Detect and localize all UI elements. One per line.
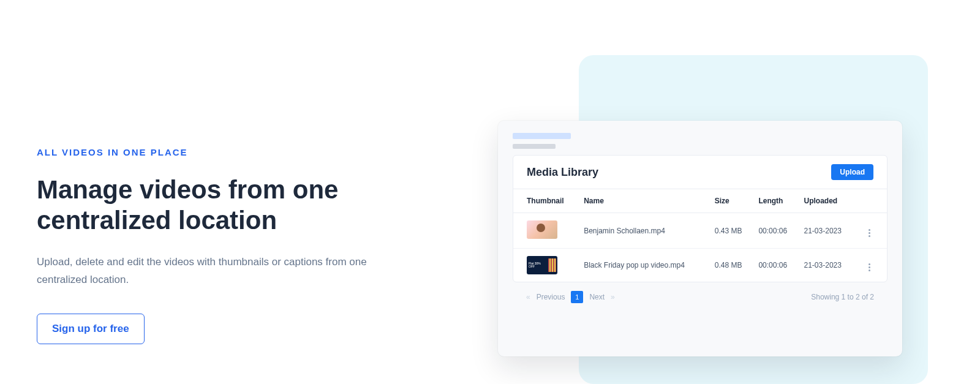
eyebrow-text: ALL VIDEOS IN ONE PLACE xyxy=(37,147,417,157)
media-library-card: Media Library Upload Thumbnail Name Size… xyxy=(513,155,888,282)
chevron-left-icon[interactable]: « xyxy=(526,293,530,301)
pagination-summary: Showing 1 to 2 of 2 xyxy=(811,293,874,301)
cell-size: 0.48 MB xyxy=(710,249,754,282)
page-number[interactable]: 1 xyxy=(571,291,583,303)
upload-button[interactable]: Upload xyxy=(831,164,873,180)
cell-uploaded: 21-03-2023 xyxy=(799,213,855,249)
thumbnail: Flat 30% OFF xyxy=(527,256,557,274)
prev-button[interactable]: Previous xyxy=(537,293,565,301)
placeholder-bar xyxy=(513,144,556,149)
cell-size: 0.43 MB xyxy=(710,213,754,249)
table-row[interactable]: Benjamin Schollaen.mp40.43 MB00:00:0621-… xyxy=(513,213,887,249)
kebab-icon[interactable] xyxy=(865,263,873,272)
card-title: Media Library xyxy=(527,166,598,179)
cell-length: 00:00:06 xyxy=(753,249,799,282)
col-uploaded: Uploaded xyxy=(799,189,855,213)
placeholder-bar xyxy=(513,133,571,139)
col-actions xyxy=(855,189,887,213)
cell-name: Black Friday pop up video.mp4 xyxy=(579,249,710,282)
marketing-left: ALL VIDEOS IN ONE PLACE Manage videos fr… xyxy=(37,147,417,344)
cell-uploaded: 21-03-2023 xyxy=(799,249,855,282)
thumbnail xyxy=(527,220,557,239)
cell-length: 00:00:06 xyxy=(753,213,799,249)
col-size: Size xyxy=(710,189,754,213)
next-button[interactable]: Next xyxy=(589,293,605,301)
kebab-icon[interactable] xyxy=(865,228,873,237)
col-length: Length xyxy=(753,189,799,213)
media-table: Thumbnail Name Size Length Uploaded Benj… xyxy=(513,189,887,282)
table-row[interactable]: Flat 30% OFFBlack Friday pop up video.mp… xyxy=(513,249,887,282)
signup-button[interactable]: Sign up for free xyxy=(37,314,145,344)
pagination: « Previous 1 Next » Showing 1 to 2 of 2 xyxy=(513,282,888,307)
subheadline: Upload, delete and edit the videos with … xyxy=(37,254,380,289)
chevron-right-icon[interactable]: » xyxy=(611,293,615,301)
col-name: Name xyxy=(579,189,710,213)
headline: Manage videos from one centralized locat… xyxy=(37,175,417,236)
app-screenshot: Media Library Upload Thumbnail Name Size… xyxy=(498,121,902,356)
cell-name: Benjamin Schollaen.mp4 xyxy=(579,213,710,249)
col-thumbnail: Thumbnail xyxy=(513,189,579,213)
